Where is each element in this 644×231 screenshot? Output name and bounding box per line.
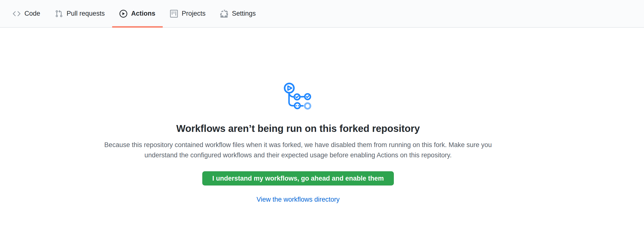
workflows-link-row: View the workflows directory	[0, 196, 596, 203]
tab-settings[interactable]: Settings	[213, 0, 263, 27]
tab-code[interactable]: Code	[5, 0, 48, 27]
tab-actions-label: Actions	[131, 10, 156, 17]
enable-button-row: I understand my workflows, go ahead and …	[0, 160, 596, 185]
enable-workflows-button[interactable]: I understand my workflows, go ahead and …	[202, 171, 394, 185]
tab-projects[interactable]: Projects	[163, 0, 213, 27]
workflow-graph-icon	[283, 82, 313, 111]
code-icon	[13, 10, 20, 18]
tab-pull-requests[interactable]: Pull requests	[48, 0, 112, 27]
actions-blankslate: Workflows aren’t being run on this forke…	[0, 28, 596, 203]
gear-icon	[220, 10, 228, 18]
tab-projects-label: Projects	[182, 10, 206, 17]
git-pull-request-icon	[55, 10, 63, 18]
repo-tab-nav: Code Pull requests Actions Projects Sett…	[0, 0, 644, 28]
project-icon	[170, 10, 178, 18]
tab-settings-label: Settings	[232, 10, 256, 17]
blankslate-description: Because this repository contained workfl…	[99, 140, 497, 160]
view-workflows-directory-link[interactable]: View the workflows directory	[256, 196, 340, 203]
tab-actions[interactable]: Actions	[112, 0, 163, 27]
blankslate-heading: Workflows aren’t being run on this forke…	[0, 123, 596, 134]
tab-pull-requests-label: Pull requests	[67, 10, 105, 17]
tab-code-label: Code	[24, 10, 40, 17]
play-icon	[120, 10, 127, 18]
